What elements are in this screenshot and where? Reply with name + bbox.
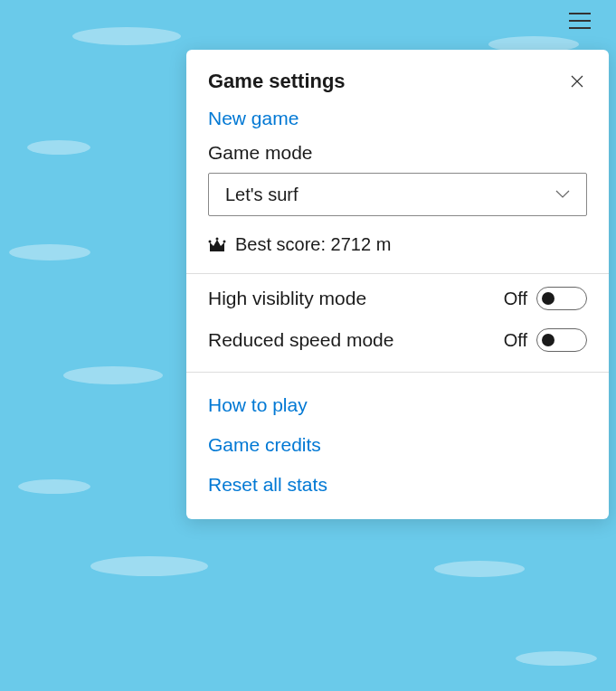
high-visibility-row: High visiblity mode Off [186, 274, 609, 323]
reduced-speed-toggle[interactable] [536, 328, 587, 352]
game-credits-link[interactable]: Game credits [208, 434, 587, 456]
high-visibility-label: High visiblity mode [208, 288, 366, 309]
new-game-link[interactable]: New game [208, 108, 587, 129]
close-icon [571, 75, 583, 88]
high-visibility-toggle[interactable] [536, 287, 587, 310]
game-mode-value: Let's surf [225, 185, 299, 205]
how-to-play-link[interactable]: How to play [208, 394, 587, 416]
panel-title: Game settings [208, 70, 346, 93]
reduced-speed-row: Reduced speed mode Off [186, 323, 609, 372]
best-score-text: Best score: 2712 m [235, 234, 391, 255]
close-button[interactable] [567, 71, 587, 95]
svg-point-0 [209, 240, 212, 242]
game-mode-select[interactable]: Let's surf [208, 173, 587, 216]
svg-point-1 [216, 237, 219, 240]
best-score-row: Best score: 2712 m [208, 234, 587, 273]
svg-point-2 [223, 240, 226, 242]
chevron-down-icon [555, 190, 570, 199]
reduced-speed-label: Reduced speed mode [208, 329, 393, 351]
high-visibility-state: Off [504, 289, 527, 309]
hamburger-menu-button[interactable] [569, 13, 591, 29]
reduced-speed-state: Off [504, 330, 527, 351]
crown-icon [208, 237, 226, 253]
reset-stats-link[interactable]: Reset all stats [208, 474, 587, 496]
game-settings-panel: Game settings New game Game mode Let's s… [186, 50, 609, 519]
game-mode-label: Game mode [208, 142, 587, 164]
